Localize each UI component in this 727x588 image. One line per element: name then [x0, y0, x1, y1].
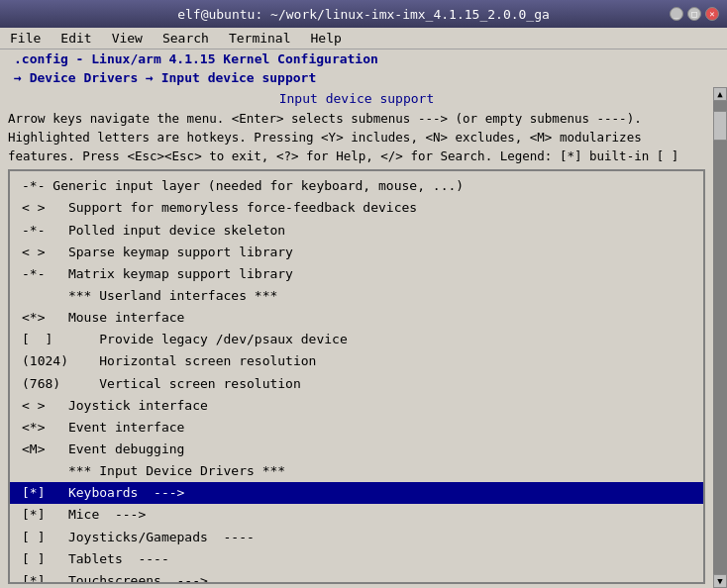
dialog-title: Input device support — [0, 87, 713, 108]
close-button[interactable]: ✕ — [705, 7, 719, 21]
scrollbar[interactable]: ▲ ▼ — [713, 87, 727, 588]
breadcrumb-line2: → Device Drivers → Input device support — [6, 68, 721, 87]
config-item-item19[interactable]: [*] Touchscreens ---> — [10, 570, 703, 584]
config-item-item9[interactable]: (1024) Horizontal screen resolution — [10, 350, 703, 372]
terminal-area: .config - Linux/arm 4.1.15 Kernel Config… — [0, 49, 727, 588]
breadcrumb-text1: .config - Linux/arm 4.1.15 Kernel Config… — [14, 51, 378, 66]
config-item-item16[interactable]: [*] Mice ---> — [10, 504, 703, 526]
config-item-item1[interactable]: -*- Generic input layer (needed for keyb… — [10, 175, 703, 197]
instructions-content: Arrow keys navigate the menu. <Enter> se… — [8, 111, 678, 163]
config-item-item12[interactable]: <*> Event interface — [10, 417, 703, 439]
minimize-button[interactable]: _ — [670, 7, 683, 21]
window-controls[interactable]: _ □ ✕ — [670, 7, 719, 21]
main-content: Input device support Arrow keys navigate… — [0, 87, 713, 588]
config-item-item5[interactable]: -*- Matrix keymap support library — [10, 263, 703, 285]
config-item-item7[interactable]: <*> Mouse interface — [10, 307, 703, 329]
config-menu-list[interactable]: -*- Generic input layer (needed for keyb… — [8, 169, 705, 584]
title-bar: elf@ubuntu: ~/work/linux-imx-imx_4.1.15_… — [0, 0, 727, 28]
scrollbar-thumb[interactable] — [713, 111, 727, 141]
menu-item-edit[interactable]: Edit — [54, 29, 97, 48]
window-title: elf@ubuntu: ~/work/linux-imx-imx_4.1.15_… — [57, 7, 670, 22]
scroll-down-button[interactable]: ▼ — [713, 574, 727, 588]
menu-bar: FileEditViewSearchTerminalHelp — [0, 28, 727, 49]
config-item-item14[interactable]: *** Input Device Drivers *** — [10, 460, 703, 482]
config-item-item4[interactable]: < > Sparse keymap support library — [10, 242, 703, 263]
scroll-up-button[interactable]: ▲ — [713, 87, 727, 101]
menu-item-terminal[interactable]: Terminal — [223, 29, 297, 48]
menu-item-help[interactable]: Help — [305, 29, 348, 48]
config-item-item13[interactable]: <M> Event debugging — [10, 439, 703, 460]
menu-item-file[interactable]: File — [4, 29, 47, 48]
maximize-button[interactable]: □ — [687, 7, 701, 21]
config-item-item8[interactable]: [ ] Provide legacy /dev/psaux device — [10, 329, 703, 350]
config-item-item6[interactable]: *** Userland interfaces *** — [10, 285, 703, 307]
scrollbar-track[interactable] — [713, 101, 727, 574]
instructions-text: Arrow keys navigate the menu. <Enter> se… — [0, 108, 713, 169]
config-item-item2[interactable]: < > Support for memoryless force-feedbac… — [10, 197, 703, 219]
config-item-item10[interactable]: (768) Vertical screen resolution — [10, 373, 703, 395]
config-item-item18[interactable]: [ ] Tablets ---- — [10, 548, 703, 570]
config-item-item15[interactable]: [*] Keyboards ---> — [10, 482, 703, 504]
config-item-item3[interactable]: -*- Polled input device skeleton — [10, 220, 703, 242]
menu-item-view[interactable]: View — [106, 29, 149, 48]
main-outer: Input device support Arrow keys navigate… — [0, 87, 727, 588]
config-item-item11[interactable]: < > Joystick interface — [10, 395, 703, 417]
breadcrumb-line1: .config - Linux/arm 4.1.15 Kernel Config… — [6, 49, 721, 68]
breadcrumb-text2: → Device Drivers → Input device support — [14, 70, 316, 85]
menu-item-search[interactable]: Search — [156, 29, 215, 48]
config-item-item17[interactable]: [ ] Joysticks/Gamepads ---- — [10, 527, 703, 548]
